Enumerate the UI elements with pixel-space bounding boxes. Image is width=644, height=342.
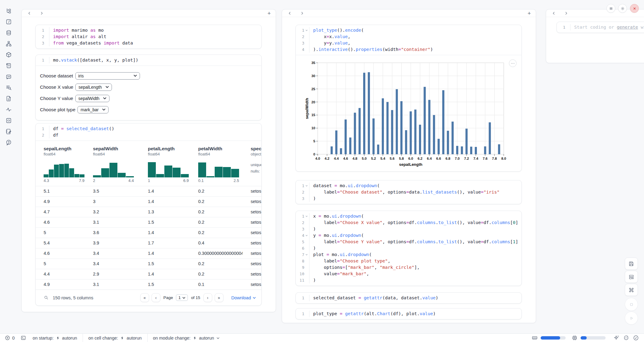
layout-toggle-button[interactable] — [625, 271, 638, 283]
cell-plot-type[interactable]: 1plot_type = getattr(alt.Chart(df), plot… — [295, 308, 522, 319]
on-cell-change-setting[interactable]: on cell change: autorun — [88, 336, 142, 340]
on-startup-setting[interactable]: on startup: autorun — [33, 336, 77, 340]
function-square-icon[interactable]: f — [5, 18, 12, 25]
code-line: 1import marimo as mo — [36, 27, 261, 34]
code-line: 2df — [36, 132, 261, 138]
next-page-button[interactable]: › — [203, 293, 212, 302]
database-icon[interactable] — [5, 29, 12, 36]
svg-text:7.4: 7.4 — [474, 157, 479, 160]
settings-gear-button[interactable] — [618, 4, 627, 13]
table-cell: 3.2 — [85, 207, 140, 217]
generate-with-ai-link[interactable]: generate — [617, 25, 638, 30]
download-button[interactable]: Download — [231, 295, 256, 300]
cell-dataframe[interactable]: 1df = selected_dataset()2df sepalLengthf… — [35, 123, 262, 306]
shutdown-close-button[interactable] — [630, 4, 639, 13]
stop-kernel-button[interactable] — [625, 298, 638, 311]
chart-output[interactable]: 4.04.24.44.64.85.05.25.45.65.86.06.26.46… — [296, 55, 521, 172]
on-module-change-setting[interactable]: on module change: autorun — [153, 336, 220, 340]
error-count-indicator[interactable]: 0 — [5, 335, 15, 340]
chart-actions-button[interactable]: ⋯ — [509, 59, 517, 67]
column-scroll-right-button[interactable] — [299, 10, 305, 16]
ai-sparkle-button[interactable] — [613, 335, 620, 341]
svg-text:6.6: 6.6 — [436, 157, 441, 160]
file-tree-icon[interactable] — [5, 7, 12, 14]
save-button[interactable] — [625, 258, 638, 270]
table-cell: 4.6 — [36, 248, 85, 258]
bot-chat-icon[interactable] — [5, 73, 12, 80]
table-row: 4.93.11.50.1setosa — [36, 279, 261, 290]
scroll-icon[interactable] — [5, 62, 12, 69]
svg-text:7.0: 7.0 — [455, 157, 460, 160]
help-icon[interactable] — [5, 139, 12, 146]
cpu-usage-meter — [581, 336, 606, 340]
notebook-edit-icon[interactable] — [5, 128, 12, 135]
table-cell: 1.5 — [140, 217, 190, 227]
cell-xy-plot-dropdowns[interactable]: 1x = mo.ui.dropdown(2 label="Choose X va… — [295, 211, 522, 286]
table-cell: 0.1 — [190, 280, 243, 290]
table-cell: 3.1 — [85, 280, 140, 290]
package-icon[interactable] — [5, 51, 12, 58]
connection-status-button[interactable] — [632, 335, 639, 341]
terminal-button[interactable] — [21, 335, 26, 340]
search-icon[interactable] — [44, 295, 49, 300]
list-search-icon[interactable] — [5, 84, 12, 91]
cell-imports[interactable]: 1import marimo as mo2import altair as al… — [35, 25, 262, 49]
cell-plot[interactable]: 1plot_type().encode(2 x=x.value,3 y=y.va… — [295, 25, 522, 172]
table-column-header[interactable]: petalLengthfloat6416.9 — [140, 146, 190, 186]
last-page-button[interactable]: » — [215, 293, 224, 302]
editor-placeholder[interactable]: Start coding or generate with — [570, 24, 644, 30]
choose-dataset-select[interactable]: iris — [75, 72, 140, 80]
table-cell: setosa — [243, 207, 262, 217]
bolt-icon — [120, 336, 124, 340]
table-cell: 5.1 — [36, 186, 85, 196]
choose-y-value-select[interactable]: sepalWidth — [75, 95, 109, 102]
add-cell-button[interactable]: + — [267, 10, 271, 16]
cell-vstack[interactable]: 1mo.vstack([dataset, x, y, plot]) Choose… — [35, 55, 262, 120]
fold-chevron-icon[interactable] — [304, 251, 309, 258]
fold-chevron-icon[interactable] — [304, 27, 309, 34]
column-1-header: + — [22, 9, 276, 17]
table-cell: 0.2 — [190, 186, 243, 196]
control-label: Choose dataset — [40, 73, 73, 79]
copilot-button[interactable] — [623, 335, 629, 341]
table-cell: 1.4 — [140, 248, 190, 258]
table-cell: 0.2 — [190, 197, 243, 207]
bar-chart[interactable]: 4.04.24.44.64.85.05.25.45.65.86.06.26.46… — [305, 60, 509, 168]
run-all-button[interactable] — [625, 312, 638, 325]
fold-chevron-icon[interactable] — [304, 232, 309, 239]
svg-text:5.6: 5.6 — [390, 157, 395, 160]
x-axis-title: sepalLength — [399, 162, 423, 167]
fold-chevron-icon[interactable] — [304, 213, 309, 219]
document-icon[interactable] — [5, 95, 12, 102]
add-cell-button[interactable]: + — [528, 10, 531, 16]
choose-plot-type-select[interactable]: mark_bar — [77, 106, 109, 113]
cpu-icon — [572, 335, 578, 341]
first-page-button[interactable]: « — [140, 293, 149, 302]
page-number-select[interactable]: 1 — [176, 294, 188, 301]
svg-text:0: 0 — [313, 152, 315, 156]
column-histogram — [93, 160, 134, 177]
cell-scratch-empty[interactable]: 1 Start coding or generate with — [556, 22, 644, 33]
column-scroll-left-button[interactable] — [287, 10, 292, 16]
code-line: 10 value="mark_bar", — [296, 271, 521, 277]
previous-page-button[interactable]: ‹ — [152, 293, 160, 302]
sitemap-icon[interactable] — [5, 40, 12, 47]
choose-x-value-select[interactable]: sepalLength — [75, 84, 112, 91]
cell-selected-dataset[interactable]: 1selected_dataset = getattr(data, datase… — [295, 292, 522, 304]
column-scroll-right-button[interactable] — [39, 10, 44, 16]
column-scroll-right-button[interactable] — [563, 10, 569, 16]
column-histogram — [148, 160, 189, 177]
memory-usage-meter — [541, 336, 566, 340]
table-column-header[interactable]: sepalLengthfloat644.37.9 — [36, 146, 85, 186]
keyboard-shortcuts-button[interactable] — [625, 284, 638, 296]
column-scroll-left-button[interactable] — [551, 10, 556, 16]
column-scroll-left-button[interactable] — [27, 10, 32, 16]
table-column-header[interactable]: petalWidthfloat640.12.5 — [190, 146, 243, 186]
menu-button[interactable] — [606, 4, 615, 13]
activity-icon[interactable] — [5, 106, 12, 113]
cell-dataset-dropdown[interactable]: 1dataset = mo.ui.dropdown(2 label="Choos… — [295, 180, 522, 204]
code-square-icon[interactable] — [5, 117, 12, 124]
table-column-header[interactable]: speciesobjectunique:nulls: — [243, 146, 262, 186]
table-column-header[interactable]: sepalWidthfloat6424.4 — [85, 146, 140, 186]
fold-chevron-icon[interactable] — [304, 183, 309, 189]
